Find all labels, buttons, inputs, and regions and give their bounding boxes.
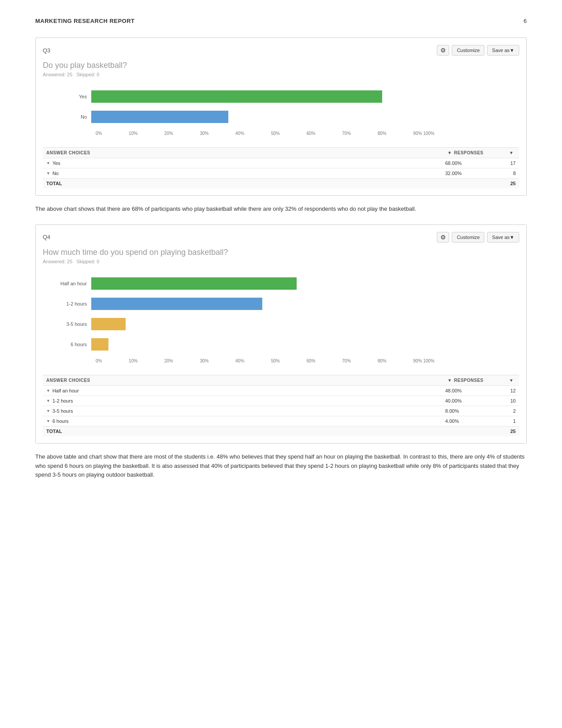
q3-answer-no: ▼ No bbox=[46, 171, 436, 176]
q4-chart: Half an hour 1-2 hours 3-5 hours 6 hours bbox=[43, 273, 519, 368]
q4-bar-12hours-track bbox=[91, 298, 519, 310]
q4-total-label: TOTAL bbox=[46, 429, 436, 434]
q4-answer-12hours: ▼ 1-2 hours bbox=[46, 398, 436, 403]
q4-col-count-header: ▼ bbox=[507, 378, 516, 383]
q3-bar-no: No bbox=[52, 111, 519, 123]
q3-id: Q3 bbox=[43, 47, 50, 54]
q3-total-count: 25 bbox=[498, 181, 516, 186]
q4-answer-6hours: ▼ 6 hours bbox=[46, 418, 436, 424]
q4-x-label-50: 50% bbox=[271, 358, 280, 363]
q4-x-axis: 0% 10% 20% 30% 40% 50% 60% 70% 80% 90% 1… bbox=[52, 358, 519, 363]
q3-bar-no-fill bbox=[91, 111, 228, 123]
q4-bar-6hours-track bbox=[91, 338, 519, 351]
q4-table-header: ANSWER CHOICES ▼ RESPONSES ▼ bbox=[43, 375, 519, 385]
q4-card: Q4 Customize Save as▼ How much time do y… bbox=[35, 224, 527, 444]
q4-x-label-40: 40% bbox=[235, 358, 244, 363]
q4-bar-halfhour: Half an hour bbox=[52, 277, 519, 290]
q3-col-count-header: ▼ bbox=[507, 150, 516, 155]
q4-answered: Answered: 25 bbox=[43, 259, 72, 264]
q3-row-yes: ▼ Yes 68.00% 17 bbox=[43, 158, 519, 168]
q3-total-label: TOTAL bbox=[46, 181, 436, 186]
q4-col-responses: RESPONSES bbox=[454, 378, 507, 383]
q4-arrow-halfhour: ▼ bbox=[46, 388, 50, 393]
q4-bar-12hours-label: 1-2 hours bbox=[52, 301, 91, 306]
q4-pct-35hours: 8.00% bbox=[445, 408, 498, 414]
q4-x-label-30: 30% bbox=[200, 358, 208, 363]
q4-count-12hours: 10 bbox=[498, 398, 516, 403]
q4-bar-12hours: 1-2 hours bbox=[52, 298, 519, 310]
q3-bar-yes: Yes bbox=[52, 90, 519, 103]
q3-customize-button[interactable]: Customize bbox=[452, 45, 484, 56]
q4-gear-button[interactable] bbox=[437, 232, 449, 243]
q4-row-6hours: ▼ 6 hours 4.00% 1 bbox=[43, 416, 519, 426]
q3-bar-yes-fill bbox=[91, 90, 382, 103]
page-header: MARKETING RESEARCH REPORT 6 bbox=[35, 18, 527, 24]
q3-count-no: 8 bbox=[498, 171, 516, 176]
x-label-0: 0% bbox=[96, 131, 102, 136]
q3-label-yes: Yes bbox=[52, 161, 60, 166]
q4-x-label-80: 80% bbox=[378, 358, 387, 363]
q3-pct-no: 32.00% bbox=[445, 171, 498, 176]
q4-x-label-70: 70% bbox=[342, 358, 351, 363]
gear-icon bbox=[440, 47, 446, 54]
q4-answer-halfhour: ▼ Half an hour bbox=[46, 388, 436, 393]
q3-col-answer: ANSWER CHOICES bbox=[46, 150, 445, 155]
q4-arrow-6hours: ▼ bbox=[46, 419, 50, 423]
gear-icon-q4 bbox=[440, 234, 446, 241]
q4-label-halfhour: Half an hour bbox=[52, 388, 79, 393]
q4-skipped: Skipped: 0 bbox=[76, 259, 99, 264]
q4-customize-button[interactable]: Customize bbox=[452, 232, 484, 243]
x-label-60: 60% bbox=[306, 131, 315, 136]
q4-row-halfhour: ▼ Half an hour 48.00% 12 bbox=[43, 385, 519, 396]
q4-bar-6hours: 6 hours bbox=[52, 338, 519, 351]
x-label-40: 40% bbox=[235, 131, 244, 136]
q4-arrow-12hours: ▼ bbox=[46, 399, 50, 403]
q3-answer-yes: ▼ Yes bbox=[46, 161, 436, 166]
q3-col-arrow: ▼ bbox=[445, 150, 454, 155]
q4-arrow-35hours: ▼ bbox=[46, 409, 50, 413]
q4-col-answer: ANSWER CHOICES bbox=[46, 378, 445, 383]
q3-label-no: No bbox=[52, 171, 59, 176]
q3-bar-yes-label: Yes bbox=[52, 94, 91, 99]
q4-count-6hours: 1 bbox=[498, 418, 516, 424]
q4-x-label-90: 90% 100% bbox=[413, 358, 434, 363]
page-number: 6 bbox=[524, 18, 527, 24]
q3-col-responses: RESPONSES bbox=[454, 150, 507, 155]
q3-total-row: TOTAL 25 bbox=[43, 178, 519, 188]
q4-actions: Customize Save as▼ bbox=[437, 232, 519, 243]
q4-bar-35hours-fill bbox=[91, 318, 126, 330]
q4-bar-6hours-label: 6 hours bbox=[52, 342, 91, 347]
q4-x-label-10: 10% bbox=[129, 358, 138, 363]
q4-count-halfhour: 12 bbox=[498, 388, 516, 393]
q4-save-button[interactable]: Save as▼ bbox=[487, 232, 519, 243]
q3-bar-no-track bbox=[91, 111, 519, 123]
q4-label-35hours: 3-5 hours bbox=[52, 408, 73, 414]
q4-pct-halfhour: 48.00% bbox=[445, 388, 498, 393]
q4-card-header: Q4 Customize Save as▼ bbox=[43, 232, 519, 243]
q4-question: How much time do you spend on playing ba… bbox=[43, 248, 519, 257]
q3-save-button[interactable]: Save as▼ bbox=[487, 45, 519, 56]
q4-pct-12hours: 40.00% bbox=[445, 398, 498, 403]
q4-row-35hours: ▼ 3-5 hours 8.00% 2 bbox=[43, 406, 519, 416]
paragraph2: The above table and chart show that ther… bbox=[35, 452, 527, 480]
q4-bar-halfhour-track bbox=[91, 277, 519, 290]
q3-x-axis: 0% 10% 20% 30% 40% 50% 60% 70% 80% 90% 1… bbox=[52, 131, 519, 136]
q3-answered: Answered: 25 bbox=[43, 72, 72, 77]
q3-row-no: ▼ No 32.00% 8 bbox=[43, 168, 519, 178]
x-label-50: 50% bbox=[271, 131, 280, 136]
x-label-70: 70% bbox=[342, 131, 351, 136]
x-label-80: 80% bbox=[378, 131, 387, 136]
q3-gear-button[interactable] bbox=[437, 45, 449, 56]
q3-question: Do you play basketball? bbox=[43, 61, 519, 70]
q3-arrow-no: ▼ bbox=[46, 171, 50, 175]
q4-answer-35hours: ▼ 3-5 hours bbox=[46, 408, 436, 414]
q4-count-35hours: 2 bbox=[498, 408, 516, 414]
q4-label-6hours: 6 hours bbox=[52, 418, 69, 424]
q3-count-yes: 17 bbox=[498, 161, 516, 166]
q4-bar-6hours-fill bbox=[91, 338, 108, 351]
q4-bar-35hours: 3-5 hours bbox=[52, 318, 519, 330]
q3-table-header: ANSWER CHOICES ▼ RESPONSES ▼ bbox=[43, 147, 519, 158]
q4-x-label-60: 60% bbox=[306, 358, 315, 363]
q4-label-12hours: 1-2 hours bbox=[52, 398, 73, 403]
q4-col-arrow: ▼ bbox=[445, 378, 454, 383]
